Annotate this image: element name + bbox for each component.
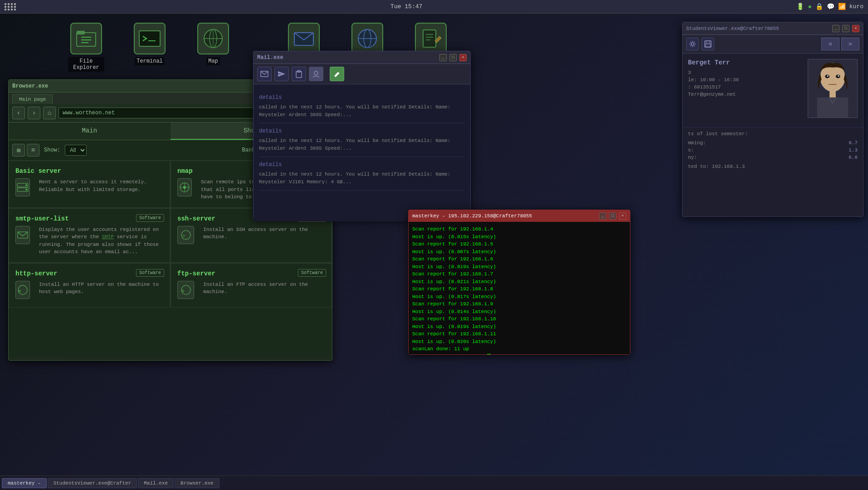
- terminal-body[interactable]: Scan report for 192.168.1.4 Host is up. …: [409, 222, 630, 354]
- list-view-btn[interactable]: ≡: [27, 144, 39, 157]
- desktop-icon-file-explorer[interactable]: File Explorer: [68, 23, 104, 72]
- mail-send-btn[interactable]: [274, 67, 289, 81]
- taskbar-browser[interactable]: Browser.exe: [175, 478, 219, 488]
- mail-window-title: Mail.exe: [257, 54, 283, 61]
- terminal-line-10: Scan report for 192.168.1.9: [412, 300, 626, 308]
- product-icon-smtp-user-list: [15, 226, 30, 244]
- mail-close-btn[interactable]: ×: [459, 54, 467, 61]
- students-save-btn[interactable]: [702, 38, 714, 50]
- terminal-line-16: scanLan done: 11 up: [412, 345, 626, 353]
- student-avatar: [808, 59, 858, 118]
- terminal-line-14: Scan report for 192.168.1.11: [412, 330, 626, 338]
- svg-rect-15: [423, 30, 436, 47]
- students-maximize-btn[interactable]: □: [842, 25, 849, 32]
- tray-chat-icon: 💬: [827, 3, 834, 10]
- mail-entry-1: details called in the next 12 hours. You…: [259, 123, 465, 157]
- stat-label-1: s:: [688, 147, 694, 153]
- mail-details-btn-0[interactable]: details: [259, 94, 465, 101]
- product-desc-ssh-server: Install an SSH access server on the mach…: [203, 226, 325, 241]
- taskbar-masterkey[interactable]: masterkey -: [2, 478, 47, 488]
- terminal-close-btn[interactable]: ×: [619, 212, 626, 220]
- terminal-label: Terminal: [135, 57, 165, 65]
- svg-rect-52: [817, 98, 848, 118]
- browser-forward-btn[interactable]: ›: [28, 107, 40, 119]
- desktop-icon-terminal[interactable]: Terminal: [132, 23, 168, 65]
- terminal-line-3: Host is up. (0.007s latency): [412, 248, 626, 256]
- map-label: Map: [206, 57, 220, 65]
- mail-contact-btn[interactable]: [309, 67, 323, 81]
- svg-text:⚙: ⚙: [181, 289, 185, 293]
- stat-row-1: s: 1.3: [688, 147, 858, 153]
- file-explorer-label: File Explorer: [68, 57, 104, 72]
- mail-edit-btn[interactable]: [330, 67, 344, 81]
- mail-entry-2: details called in the next 12 hours. You…: [259, 157, 465, 191]
- mail-maximize-btn[interactable]: □: [449, 54, 457, 61]
- terminal-minimize-btn[interactable]: _: [599, 212, 606, 220]
- mail-details-btn-1[interactable]: details: [259, 128, 465, 134]
- svg-point-49: [838, 75, 839, 77]
- svg-rect-1: [77, 31, 85, 34]
- terminal-line-6: Scan report for 192.168.1.7: [412, 270, 626, 278]
- mail-delete-btn[interactable]: [292, 67, 306, 81]
- student-info: Berget Terr 3 le: 10:00 - 16:30 : 691351…: [688, 59, 802, 118]
- grid-view-btn[interactable]: ⊞: [12, 144, 25, 157]
- stat-row-2: ny: 6.6: [688, 155, 858, 160]
- students-viewer-window: StudentsViewer.exe@Crafter78055 _ □ × « …: [682, 22, 863, 217]
- terminal-icon: [134, 23, 166, 54]
- mail-minimize-btn[interactable]: _: [439, 54, 447, 61]
- browser-home-btn[interactable]: ⌂: [43, 107, 56, 119]
- mail-details-btn-2[interactable]: details: [259, 162, 465, 168]
- mail-body: details called in the next 12 hours. You…: [254, 84, 470, 221]
- product-card-http-server[interactable]: Software http-server ⚙ Install an HTTP s…: [9, 263, 170, 308]
- product-card-basic-server[interactable]: Basic server Rent a server to access it …: [9, 161, 170, 208]
- terminal-window-controls: _ □ ×: [599, 212, 626, 220]
- terminal-line-7: Host is up. (0.021s latency): [412, 278, 626, 286]
- terminal-line-8: Scan report for 192.168.1.8: [412, 285, 626, 293]
- mail-window-controls: _ □ ×: [439, 54, 467, 61]
- students-minimize-btn[interactable]: _: [832, 25, 839, 32]
- students-settings-btn[interactable]: [686, 38, 699, 50]
- stat-label-0: mming:: [688, 140, 706, 146]
- product-card-ftp-server[interactable]: Software ftp-server ⚙ Install an FTP acc…: [171, 263, 332, 308]
- product-icon-ssh-server: >_: [177, 226, 194, 244]
- file-explorer-icon: [70, 23, 102, 54]
- svg-point-26: [183, 186, 186, 189]
- mail-titlebar: Mail.exe _ □ ×: [254, 51, 470, 64]
- shop-tab-main[interactable]: Main: [9, 122, 171, 140]
- stat-value-0: 9.7: [848, 140, 858, 146]
- tray-circle-icon: ●: [808, 3, 811, 10]
- stat-label-2: ny:: [688, 155, 697, 160]
- browser-main-tab[interactable]: Main page: [12, 94, 53, 104]
- students-next-btn[interactable]: »: [841, 38, 859, 50]
- terminal-line-0: Scan report for 192.168.1.4: [412, 225, 626, 233]
- terminal-prompt-line: root@Crafter78055:/root#: [412, 353, 626, 355]
- tray-wifi-icon: 📶: [838, 3, 846, 10]
- product-card-smtp-user-list[interactable]: Software smtp-user-list Displays the use…: [9, 208, 170, 263]
- student-email: Terr@genzyme.net: [688, 92, 802, 97]
- smtp-link[interactable]: SMTP: [102, 234, 114, 240]
- taskbar-mail[interactable]: Mail.exe: [138, 478, 174, 488]
- product-name-basic-server: Basic server: [15, 167, 163, 175]
- svg-rect-37: [297, 70, 300, 72]
- product-icon-basic-server: [15, 178, 30, 196]
- product-icon-http-server: ⚙: [15, 281, 30, 299]
- desktop: Tue 15:47 🔋 ● 🔒 💬 📶 kuro File Explorer: [0, 0, 868, 490]
- students-window-title: StudentsViewer.exe@Crafter78055: [686, 26, 779, 31]
- terminal-title: masterkey - 195.102.229.158@Crafter78055: [412, 213, 532, 219]
- terminal-maximize-btn[interactable]: □: [609, 212, 616, 220]
- product-desc-smtp-user-list: Displays the user accounts registered on…: [39, 226, 163, 256]
- taskbar-students[interactable]: StudentsViewer.exe@Crafter: [48, 478, 137, 488]
- terminal-line-11: Host is up. (0.014s latency): [412, 308, 626, 316]
- desktop-icon-map[interactable]: Map: [195, 23, 231, 65]
- terminal-line-2: Scan report for 192.168.1.5: [412, 240, 626, 248]
- browser-back-btn[interactable]: ‹: [12, 107, 25, 119]
- show-select[interactable]: All: [65, 145, 87, 156]
- top-bar-datetime: Tue 15:47: [390, 3, 422, 10]
- terminal-line-13: Host is up. (0.019s latency): [412, 323, 626, 331]
- students-prev-btn[interactable]: «: [821, 38, 839, 50]
- mail-inbox-btn[interactable]: [257, 67, 272, 81]
- student-phone: : 691351517: [688, 84, 802, 90]
- apps-grid-icon[interactable]: [5, 3, 16, 10]
- terminal-line-9: Host is up. (0.017s latency): [412, 293, 626, 301]
- students-close-btn[interactable]: ×: [852, 25, 859, 32]
